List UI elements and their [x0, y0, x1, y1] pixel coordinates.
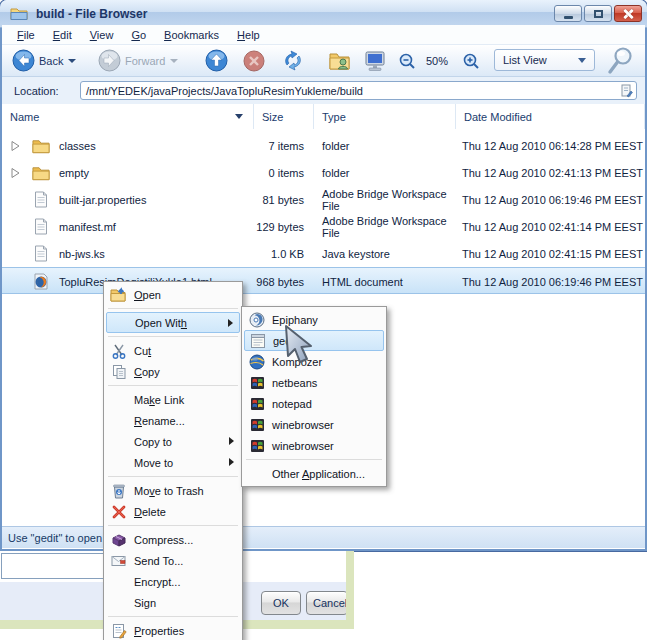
menu-item-label: Encrypt...: [134, 576, 180, 588]
titlebar[interactable]: build - File Browser: [0, 0, 647, 28]
menu-item-cut[interactable]: Cut: [106, 340, 240, 361]
file-row[interactable]: empty0 itemsfolderThu 12 Aug 2010 02:41:…: [2, 159, 645, 186]
menu-item-label: Send To...: [134, 555, 183, 567]
menu-item-label: Other Application...: [272, 468, 365, 480]
menu-item-label: Open With: [135, 317, 187, 329]
file-row[interactable]: nb-jws.ks1.0 KBJava keystoreThu 12 Aug 2…: [2, 240, 645, 267]
menu-icon-spacer: [110, 413, 128, 429]
menubar-item-view[interactable]: View: [81, 27, 123, 43]
location-input[interactable]: /mnt/YEDEK/javaProjects/JavaTopluResimYu…: [80, 81, 637, 100]
menu-item-move-to-trash[interactable]: Move to Trash: [106, 480, 240, 501]
toolbar: Back Forward: [2, 45, 645, 77]
expander-icon[interactable]: [9, 167, 21, 179]
menu-item-open[interactable]: Open: [106, 284, 240, 305]
menu-item-delete[interactable]: Delete: [106, 501, 240, 522]
file-modified: Thu 12 Aug 2010 02:41:15 PM EEST: [462, 248, 643, 260]
file-name: nb-jws.ks: [59, 248, 105, 260]
forward-button[interactable]: Forward: [98, 45, 178, 76]
folder-icon: [32, 137, 50, 155]
zoom-out-button[interactable]: [398, 45, 416, 76]
column-header-date-modified[interactable]: Date Modified: [456, 104, 645, 129]
file-size: 7 items: [269, 140, 304, 152]
menu-item-label: Compress...: [134, 534, 193, 546]
close-button[interactable]: [614, 5, 642, 22]
file-size: 0 items: [269, 167, 304, 179]
menu-item-sign[interactable]: Sign: [106, 592, 240, 613]
menubar-item-edit[interactable]: Edit: [44, 27, 81, 43]
wine-app-icon: [248, 438, 266, 454]
menu-item-winebrowser[interactable]: winebrowser: [244, 435, 384, 456]
file-type: Java keystore: [322, 248, 390, 260]
menu-item-open-with[interactable]: Open With: [106, 312, 240, 333]
stop-button[interactable]: [243, 45, 265, 76]
location-edit-icon[interactable]: [619, 83, 633, 98]
search-icon: [606, 46, 636, 75]
file-row[interactable]: built-jar.properties81 bytesAdobe Bridge…: [2, 186, 645, 213]
cancel-button[interactable]: Cancel: [306, 591, 348, 615]
menu-item-label: Copy: [134, 366, 160, 378]
back-button[interactable]: Back: [12, 45, 76, 76]
column-header-size[interactable]: Size: [254, 104, 314, 129]
column-header-type[interactable]: Type: [314, 104, 456, 129]
menubar-item-bookmarks[interactable]: Bookmarks: [155, 27, 228, 43]
computer-button[interactable]: [362, 45, 388, 76]
forward-dropdown-icon: [170, 59, 178, 63]
maximize-button[interactable]: [584, 5, 612, 22]
menu-item-make-link[interactable]: Make Link: [106, 389, 240, 410]
minimize-button[interactable]: [554, 5, 582, 22]
wine-app-icon: [248, 417, 266, 433]
menu-icon-spacer: [248, 466, 266, 482]
file-name: empty: [59, 167, 89, 179]
menu-item-notepad[interactable]: notepad: [244, 393, 384, 414]
menubar-item-file[interactable]: File: [8, 27, 44, 43]
menu-item-label: winebrowser: [272, 440, 334, 452]
menu-item-properties[interactable]: Properties: [106, 620, 240, 640]
view-mode-select[interactable]: List View: [494, 49, 595, 71]
menu-item-rename[interactable]: Rename...: [106, 410, 240, 431]
menu-icon-spacer: [110, 595, 128, 611]
compress-icon: [110, 532, 128, 548]
file-name: built-jar.properties: [59, 194, 146, 206]
file-row[interactable]: classes7 itemsfolderThu 12 Aug 2010 06:1…: [2, 132, 645, 159]
menu-item-label: winebrowser: [272, 419, 334, 431]
back-dropdown-icon[interactable]: [68, 59, 76, 63]
delete-icon: [110, 504, 128, 520]
maximize-icon: [594, 10, 603, 18]
menu-item-compress[interactable]: Compress...: [106, 529, 240, 550]
expander-icon[interactable]: [9, 140, 21, 152]
column-header-name[interactable]: Name: [2, 104, 254, 129]
menubar-item-help[interactable]: Help: [228, 27, 269, 43]
menu-item-other-application[interactable]: Other Application...: [244, 463, 384, 484]
menu-item-winebrowser[interactable]: winebrowser: [244, 414, 384, 435]
home-button[interactable]: [328, 45, 352, 76]
file-modified: Thu 12 Aug 2010 06:19:46 PM EEST: [462, 276, 643, 288]
menu-item-move-to[interactable]: Move to: [106, 452, 240, 473]
menu-item-copy-to[interactable]: Copy to: [106, 431, 240, 452]
menu-item-netbeans[interactable]: netbeans: [244, 372, 384, 393]
menu-item-send-to[interactable]: Send To...: [106, 550, 240, 571]
menubar-item-go[interactable]: Go: [122, 27, 155, 43]
context-menu: OpenOpen WithCutCopyMake LinkRename...Co…: [103, 281, 243, 640]
menu-icon-spacer: [110, 455, 128, 471]
ok-button[interactable]: OK: [261, 591, 301, 615]
file-row[interactable]: manifest.mf129 bytesAdobe Bridge Workspa…: [2, 213, 645, 240]
menu-item-label: Properties: [134, 625, 184, 637]
computer-icon: [362, 50, 388, 72]
column-header: NameSizeTypeDate Modified: [2, 104, 645, 131]
statusbar: Use "gedit" to open: [2, 526, 645, 548]
menu-item-copy[interactable]: Copy: [106, 361, 240, 382]
submenu-arrow-icon: [229, 458, 234, 466]
zoom-in-button[interactable]: [462, 45, 480, 76]
file-size: 81 bytes: [262, 194, 304, 206]
reload-button[interactable]: [281, 45, 305, 76]
window-controls: [554, 5, 642, 22]
menu-item-encrypt[interactable]: Encrypt...: [106, 571, 240, 592]
file-row[interactable]: TopluResimDegistiliYukle1.html968 bytesH…: [2, 267, 645, 294]
properties-icon: [110, 623, 128, 639]
menu-separator: [108, 616, 238, 617]
document-icon: [32, 218, 50, 236]
column-label: Size: [262, 111, 283, 123]
search-button[interactable]: [606, 45, 636, 76]
menu-separator: [108, 525, 238, 526]
up-button[interactable]: [205, 45, 228, 76]
